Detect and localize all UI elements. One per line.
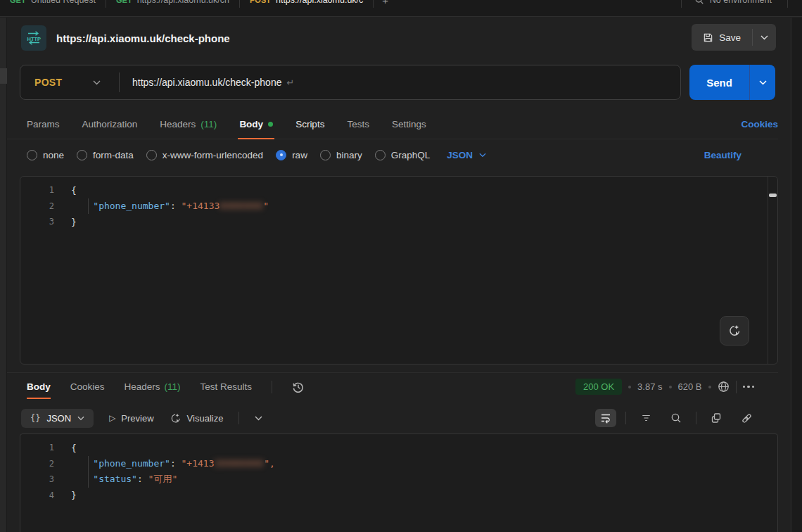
method-badge: POST [250,0,271,4]
radio-binary[interactable]: binary [320,150,362,160]
line-number: 2 [20,459,71,469]
response-format-dropdown[interactable]: {} JSON [21,409,94,428]
save-button[interactable]: Save [692,24,752,51]
code-line: 1 { [20,440,777,456]
json-key: "status" [93,474,137,484]
visualize-sparkle-icon [170,412,182,424]
chevron-down-icon [760,35,768,40]
request-tab-2[interactable]: GET https://api.xiaomu.uk/ch [106,0,239,14]
history-icon[interactable] [292,381,305,393]
response-toolbar: {} JSON ▷ Preview Visualize [7,406,778,430]
tab-body[interactable]: Body [239,110,273,139]
radio-graphql[interactable]: GraphQL [375,150,431,160]
send-button[interactable]: Send [689,65,749,100]
environment-selector[interactable]: No environment [681,0,788,14]
request-tab-1[interactable]: GET Untitled Request [0,0,106,14]
globe-icon[interactable] [718,381,730,393]
search-icon [694,0,704,5]
radio-x-www-form-urlencoded[interactable]: x-www-form-urlencoded [146,150,263,160]
code-line: 3 "status": "可用" [20,471,777,488]
send-options-button[interactable] [750,65,775,100]
line-number: 1 [20,185,71,195]
response-time[interactable]: 3.87 s [637,381,662,392]
tab-authorization[interactable]: Authorization [82,110,138,139]
search-response-button[interactable] [666,409,687,427]
environment-label: No environment [710,0,772,5]
request-tab-3-active[interactable]: POST https://api.xiaomu.uk/c [240,0,373,14]
tab-label: Untitled Request [31,0,96,5]
redacted-phone-digits: 0000000 [219,201,263,211]
response-headers-count: (11) [165,381,181,392]
body-language-dropdown[interactable]: JSON [447,150,486,160]
json-key: "phone_number" [93,201,170,211]
editor-scrollbar[interactable] [768,177,777,364]
copy-button[interactable] [706,409,727,427]
chevron-down-icon [77,416,84,421]
radio-none[interactable]: none [27,150,64,160]
beautify-link[interactable]: Beautify [704,150,741,160]
enter-hint: ↵ [286,77,294,88]
request-title: https://api.xiaomu.uk/check-phone [56,32,230,44]
code-line: 2 "phone_number": "+141330000000", [20,456,777,472]
scrollbar-thumb[interactable] [769,194,777,197]
wrap-text-button[interactable] [595,409,616,427]
chevron-down-icon [93,80,101,85]
json-value: "+1413 [182,458,215,469]
response-tab-body[interactable]: Body [27,373,51,400]
save-options-button[interactable] [753,24,776,51]
link-icon [741,412,753,424]
divider [696,412,696,424]
dot-separator [669,386,672,388]
copy-icon [711,412,722,424]
tab-settings[interactable]: Settings [392,110,426,139]
postbot-button[interactable] [720,316,749,346]
response-body-editor[interactable]: 1 { 2 "phone_number": "+141330000000", 3… [20,433,778,532]
method-badge: GET [116,0,132,4]
cookies-link[interactable]: Cookies [741,110,778,139]
url-input[interactable]: https://api.xiaomu.uk/check-phone↵ [132,76,294,89]
response-tabs: Body Cookies Headers (11) Test Results 2… [7,372,778,400]
radio-form-data[interactable]: form-data [77,150,134,160]
divider [272,381,272,393]
json-value: "+14133 [182,201,220,211]
sidebar-handle[interactable] [0,68,7,84]
divider [119,72,120,92]
request-header: HTTP https://api.xiaomu.uk/check-phone S… [7,18,802,58]
radio-circle [77,150,87,160]
more-options-icon[interactable] [743,386,755,388]
tab-params[interactable]: Params [27,110,60,139]
tab-label: https://api.xiaomu.uk/ch [137,0,229,5]
tab-headers[interactable]: Headers (11) [160,110,217,139]
http-request-icon: HTTP [21,25,46,51]
radio-raw-selected[interactable]: raw [276,150,307,160]
response-size[interactable]: 620 B [678,381,702,392]
response-tab-headers[interactable]: Headers (11) [125,373,181,400]
request-body-editor[interactable]: 1 { 2 "phone_number": "+141330000000" 3 … [20,176,778,365]
save-icon [703,32,713,43]
chevron-down-icon[interactable] [255,416,262,421]
link-button[interactable] [736,409,757,427]
response-tab-cookies[interactable]: Cookies [70,373,105,400]
json-key: "phone_number" [93,458,170,469]
response-meta: 200 OK 3.87 s 620 B [575,373,754,400]
line-number: 1 [20,443,71,452]
url-builder: POST https://api.xiaomu.uk/check-phone↵ [20,65,681,100]
code-line: 4 } [20,488,777,504]
indent-guide [88,198,89,215]
method-dropdown[interactable]: POST [20,77,119,88]
new-tab-button[interactable]: + [374,0,397,6]
tab-tests[interactable]: Tests [347,110,369,139]
preview-button[interactable]: ▷ Preview [109,413,153,424]
response-tab-test-results[interactable]: Test Results [200,373,253,400]
radio-circle-selected [276,150,286,160]
visualize-button[interactable]: Visualize [170,412,224,424]
redacted-phone-digits: 30000000 [215,458,265,469]
filter-button[interactable] [635,409,656,427]
status-badge[interactable]: 200 OK [575,379,622,395]
line-number: 2 [20,201,71,211]
method-badge: GET [10,0,26,4]
line-number: 4 [20,490,71,500]
dot-separator [708,386,711,388]
radio-circle [27,150,37,160]
tab-scripts[interactable]: Scripts [295,110,324,139]
